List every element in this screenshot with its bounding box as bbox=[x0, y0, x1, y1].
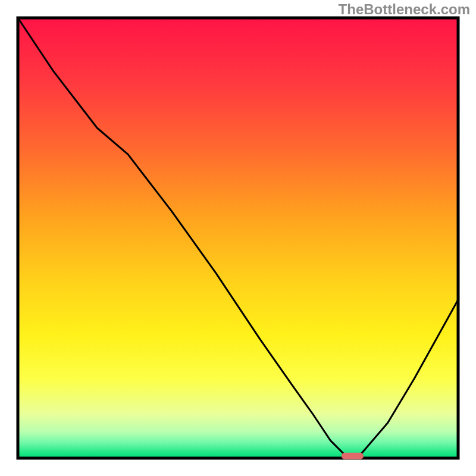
chart-container: { "watermark": "TheBottleneck.com", "cha… bbox=[0, 0, 476, 476]
chart-background bbox=[18, 18, 458, 458]
watermark-text: TheBottleneck.com bbox=[339, 1, 470, 18]
optimal-marker bbox=[342, 453, 364, 459]
chart-svg bbox=[0, 0, 476, 476]
